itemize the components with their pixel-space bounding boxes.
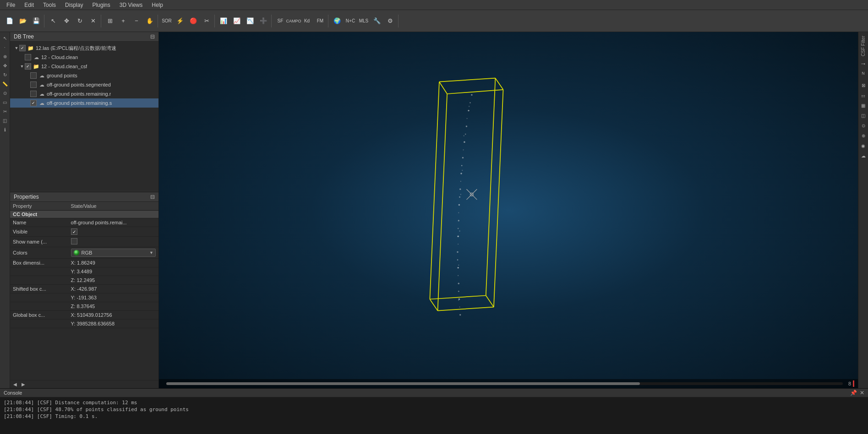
toolbar-extra3-btn[interactable]: MLS [357,15,370,27]
toolbar-measure4-btn[interactable]: ➕ [257,15,270,27]
csf-view1-btn[interactable]: ⊠ [859,81,868,89]
tree-item-ground[interactable]: ▶ ☁ ground points [10,71,158,80]
svg-point-17 [458,228,459,229]
props-name-label: Name [10,218,68,227]
toolbar-zoom-out-btn[interactable]: − [130,15,143,27]
toolbar-open-btn[interactable]: 📂 [16,15,29,27]
csf-view6-btn[interactable]: ⊕ [859,131,868,140]
left-tool-measure[interactable]: 📏 [1,80,9,88]
viewport[interactable]: 8 [159,32,858,388]
tree-check-seg[interactable] [30,81,37,88]
menu-help[interactable]: Help [147,1,168,9]
toolbar-kd-btn[interactable]: Kd [300,15,313,27]
menu-plugins[interactable]: Plugins [87,1,115,9]
toolbar-extra5-btn[interactable]: ⚙ [384,15,397,27]
props-colors-value[interactable]: RGB ▼ [68,247,158,259]
tree-item-cloud-clean[interactable]: ▶ ☁ 12 - Cloud.clean [10,53,158,62]
console-pin-icon[interactable]: 📌 [850,390,857,396]
toolbar-new-btn[interactable]: 📄 [3,15,16,27]
props-close-icon[interactable]: ⊟ [150,194,155,200]
toolbar-zoom-fit-btn[interactable]: ⊞ [104,15,116,27]
toolbar-fm-btn[interactable]: FM [314,15,327,27]
tree-expand-ground[interactable]: ▶ [25,73,30,78]
props-scroll-right-btn[interactable]: ▶ [20,381,27,387]
toolbar-rotate-btn[interactable]: ↻ [73,15,86,27]
tree-item-cloud-csf[interactable]: ▼ ✓ 📁 12 - Cloud.clean_csf [10,62,158,71]
toolbar-zoom-in-btn[interactable]: + [117,15,130,27]
tree-item-rem-s[interactable]: ▶ ✓ ☁ off-ground points.remaining.s [10,98,158,108]
db-tree-close-icon[interactable]: ⊟ [150,33,155,40]
toolbar-campo-btn[interactable]: CAMPO [287,15,300,27]
props-visible-value[interactable] [68,227,158,237]
svg-point-35 [458,300,459,301]
tree-expand-cloud-csf[interactable]: ▼ [19,64,25,69]
props-showname-value[interactable] [68,237,158,247]
toolbar-cloud3-btn[interactable]: 🔴 [187,15,200,27]
props-content[interactable]: Property State/Value CC Object Name off-… [10,202,158,380]
left-tool-layers[interactable]: ◫ [1,116,9,125]
tree-check-las[interactable]: ✓ [19,45,26,51]
menu-edit[interactable]: Edit [20,1,38,9]
left-tool-zoom[interactable]: ⊕ [1,52,9,60]
toolbar-extra1-btn[interactable]: 🌍 [331,15,344,27]
left-tool-rotate[interactable]: ↻ [1,71,9,79]
crosshair-h [466,189,477,200]
tree-expand-las[interactable]: ▼ [14,46,19,50]
toolbar-cloud2-btn[interactable]: ⚡ [174,15,186,27]
menu-file[interactable]: File [2,1,20,9]
toolbar-delete-btn[interactable]: ✕ [87,15,99,27]
tree-check-cloud-clean[interactable] [25,54,31,60]
tree-check-ground[interactable] [30,72,37,79]
left-tool-point[interactable]: · [1,43,9,51]
toolbar-cloud4-btn[interactable]: ✂ [200,15,213,27]
tree-text-las: 12.las (E:/PCL编程/点云数据/前湾速 [36,45,116,52]
csf-view5-btn[interactable]: ⊙ [859,121,868,130]
menu-tools[interactable]: Tools [38,1,60,9]
props-showname-checkbox[interactable] [71,238,77,244]
csf-view3-btn[interactable]: ▦ [859,101,868,109]
tree-item-las[interactable]: ▼ ✓ 📁 12.las (E:/PCL编程/点云数据/前湾速 [10,43,158,53]
csf-view2-btn[interactable]: ⚏ [859,91,868,99]
toolbar-pan-btn[interactable]: ✋ [143,15,156,27]
db-tree-content[interactable]: ▼ ✓ 📁 12.las (E:/PCL编程/点云数据/前湾速 ▶ ☁ 12 -… [10,42,158,190]
tree-expand-cloud-clean[interactable]: ▶ [19,55,25,60]
tree-check-rem-r[interactable] [30,91,37,97]
props-scroll-left-btn[interactable]: ◀ [12,381,18,387]
toolbar-sf-btn[interactable]: SF [274,15,287,27]
toolbar-extra4-btn[interactable]: 🔧 [371,15,383,27]
props-row-name: Name off-ground points.remai... [10,218,158,227]
tree-expand-rem-s[interactable]: ▶ [25,101,30,105]
menu-3dviews[interactable]: 3D Views [115,1,147,9]
menu-display[interactable]: Display [60,1,87,9]
console-content[interactable]: [21:08:44] [CSF] Distance computation: 1… [0,397,868,434]
props-visible-checkbox[interactable] [71,228,77,235]
toolbar-move-btn[interactable]: ✥ [60,15,73,27]
left-tool-clip[interactable]: ✂ [1,107,9,115]
csf-arrow-icon[interactable]: → [860,60,867,67]
toolbar-measure1-btn[interactable]: 📊 [217,15,230,27]
tree-expand-rem-r[interactable]: ▶ [25,92,30,96]
tree-expand-seg[interactable]: ▶ [25,82,30,87]
csf-view4-btn[interactable]: ◫ [859,111,868,119]
left-tool-info[interactable]: ℹ [1,125,9,134]
left-tool-cursor[interactable]: ↖ [1,34,9,42]
props-colors-dropdown[interactable]: RGB ▼ [71,249,156,257]
console-close-icon[interactable]: ✕ [860,390,864,396]
left-tool-select[interactable]: ▭ [1,98,9,106]
toolbar-cloud1-btn[interactable]: SOR [160,15,173,27]
csf-view7-btn[interactable]: ◉ [859,141,868,150]
left-tool-pan[interactable]: ✥ [1,61,9,70]
toolbar-select-btn[interactable]: ↖ [47,15,60,27]
tree-check-cloud-csf[interactable]: ✓ [25,63,31,70]
tree-item-rem-r[interactable]: ▶ ☁ off-ground points.remaining.r [10,89,158,98]
tree-check-rem-s[interactable]: ✓ [30,100,37,106]
toolbar-measure3-btn[interactable]: 📉 [244,15,257,27]
csf-view8-btn[interactable]: ☁ [859,152,868,160]
toolbar-save-btn[interactable]: 💾 [30,15,43,27]
left-tool-pick[interactable]: ⊙ [1,89,9,97]
toolbar-measure2-btn[interactable]: 📈 [230,15,243,27]
tree-item-seg[interactable]: ▶ ☁ off-ground points.segmented [10,80,158,89]
main-toolbar: 📄 📂 💾 ↖ ✥ ↻ ✕ ⊞ + − ✋ SOR ⚡ 🔴 ✂ 📊 📈 📉 ➕ … [0,10,868,32]
props-color-swatch [73,250,80,256]
toolbar-extra2-btn[interactable]: N+C [344,15,357,27]
